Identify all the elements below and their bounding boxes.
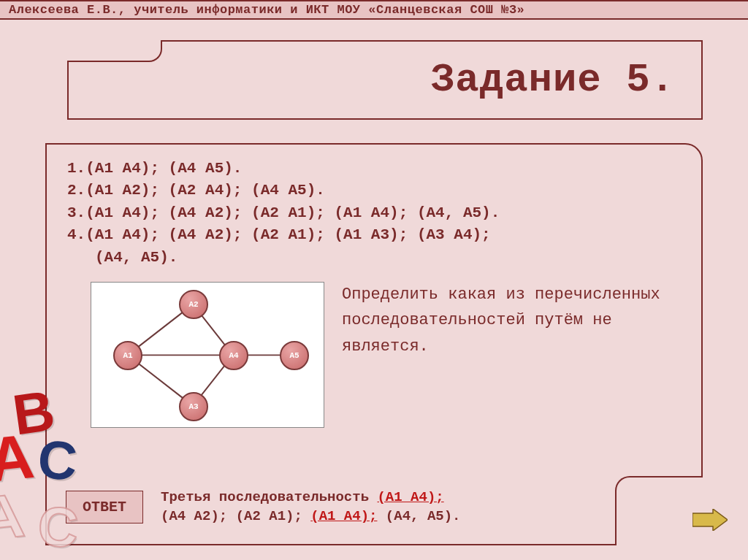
- content-panel: 1.(А1 А4); (А4 А5). 2.(А1 А2); (А2 А4); …: [45, 143, 703, 545]
- title-panel: Задание 5.: [67, 40, 703, 120]
- answer-hl1: (А1 А4);: [377, 489, 443, 505]
- question-text: Определить какая из перечисленных послед…: [342, 282, 684, 359]
- title-tab-notch: [67, 40, 162, 62]
- svg-marker-6: [692, 509, 728, 531]
- next-arrow-icon[interactable]: [692, 509, 728, 531]
- node-a5: А5: [280, 341, 309, 370]
- sequence-list: 1.(А1 А4); (А4 А5). 2.(А1 А2); (А2 А4); …: [47, 145, 701, 269]
- seq-1: 1.(А1 А4); (А4 А5).: [67, 158, 681, 180]
- task-title: Задание 5.: [69, 58, 675, 102]
- node-a3: А3: [179, 392, 208, 421]
- answer-suffix: (А4, А5).: [377, 508, 460, 524]
- staircase-decoration: [622, 456, 739, 544]
- answer-button[interactable]: ОТВЕТ: [66, 491, 143, 523]
- answer-hl2: (А1 А4);: [310, 508, 377, 524]
- node-a1: А1: [113, 341, 142, 370]
- seq-3: 3.(А1 А4); (А4 А2); (А2 А1); (А1 А4); (А…: [67, 202, 681, 224]
- seq-4-line2: (А4, А5).: [67, 247, 681, 269]
- graph-diagram: А1 А2 А3 А4 А5: [91, 282, 324, 428]
- decor-letter-a-ghost: A: [0, 480, 28, 555]
- node-a4: А4: [219, 341, 248, 370]
- answer-mid: (А4 А2); (А2 А1);: [161, 508, 310, 524]
- node-a2: А2: [179, 290, 208, 319]
- answer-prefix: Третья последовательность: [161, 489, 377, 505]
- answer-row: ОТВЕТ Третья последовательность (А1 А4);…: [66, 488, 461, 526]
- seq-2: 2.(А1 А2); (А2 А4); (А4 А5).: [67, 180, 681, 202]
- seq-4-line1: 4.(А1 А4); (А4 А2); (А2 А1); (А1 А3); (А…: [67, 224, 681, 246]
- decor-letter-a: A: [0, 420, 37, 496]
- answer-text: Третья последовательность (А1 А4); (А4 А…: [161, 488, 460, 526]
- author-header: Алексеева Е.В., учитель информатики и ИК…: [0, 0, 748, 20]
